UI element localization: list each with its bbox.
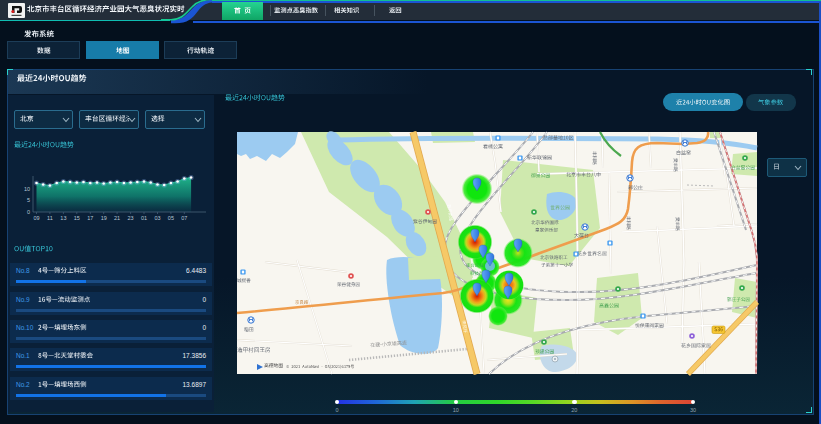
svg-text:07: 07 xyxy=(181,215,187,221)
svg-text:21: 21 xyxy=(114,215,120,221)
svg-text:19: 19 xyxy=(101,215,107,221)
svg-text:23: 23 xyxy=(128,215,134,221)
svg-text:11: 11 xyxy=(47,215,53,221)
svg-text:15: 15 xyxy=(74,215,80,221)
svg-text:0: 0 xyxy=(27,209,30,215)
svg-text:17: 17 xyxy=(87,215,93,221)
svg-text:01: 01 xyxy=(141,215,147,221)
svg-text:05: 05 xyxy=(168,215,174,221)
svg-text:03: 03 xyxy=(154,215,160,221)
svg-text:13: 13 xyxy=(60,215,66,221)
svg-text:10: 10 xyxy=(24,186,30,192)
svg-text:09: 09 xyxy=(33,215,39,221)
svg-text:5: 5 xyxy=(27,197,30,203)
